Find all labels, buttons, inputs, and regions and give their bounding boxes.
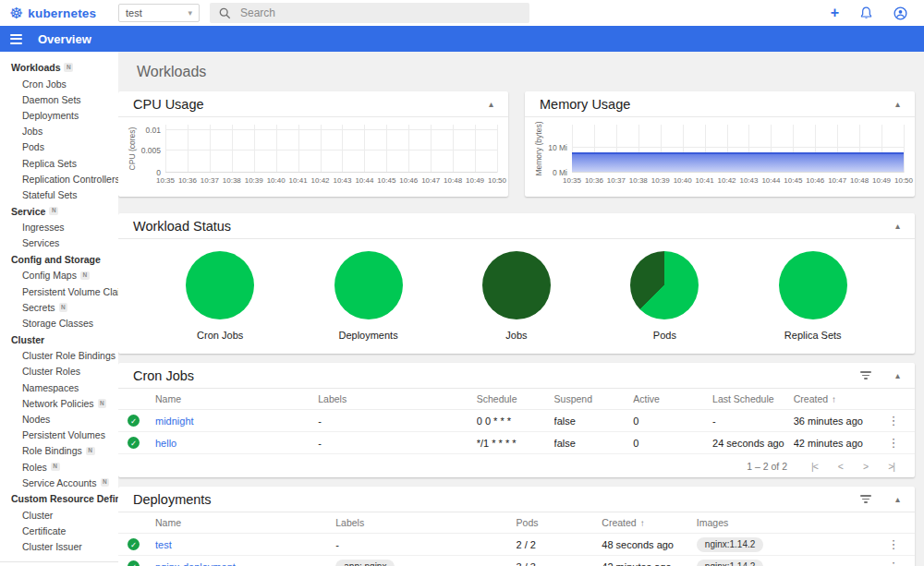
x-tick-label: 10:43 — [739, 176, 758, 185]
sidebar-group-workloads[interactable]: WorkloadsN — [0, 59, 118, 76]
column-header-name[interactable]: Name — [155, 517, 335, 528]
sidebar-item-service-accounts[interactable]: Service AccountsN — [0, 475, 118, 490]
sidebar-item-role-bindings[interactable]: Role BindingsN — [0, 443, 118, 459]
cron-jobs-pagination: 1 – 2 of 2 |< < > >| — [118, 454, 915, 477]
sidebar-item-secrets[interactable]: SecretsN — [0, 299, 118, 315]
sidebar-item-persistent-volume-claims[interactable]: Persistent Volume ClaimsN — [0, 283, 118, 299]
label-chip: app: nginx — [335, 560, 395, 566]
sidebar-item-persistent-volumes[interactable]: Persistent Volumes — [0, 428, 118, 443]
sidebar-group-config-and-storage[interactable]: Config and Storage — [0, 251, 118, 268]
search-bar[interactable] — [210, 3, 529, 23]
row-actions-menu[interactable]: ⋮ — [881, 560, 906, 566]
sidebar-item-storage-classes[interactable]: Storage Classes — [0, 315, 118, 331]
grid-line — [572, 147, 904, 148]
sidebar-item-label: Secrets — [22, 302, 55, 313]
sidebar-item-network-policies[interactable]: Network PoliciesN — [0, 395, 118, 411]
sidebar-group-custom-resource-definitions[interactable]: Custom Resource Definitions — [0, 490, 118, 507]
column-header-labels[interactable]: Labels — [318, 393, 476, 404]
deployment-name-link[interactable]: nginx-deployment — [155, 561, 335, 566]
sidebar-item-cron-jobs[interactable]: Cron Jobs — [0, 76, 118, 91]
new-items-badge: N — [80, 271, 90, 281]
sidebar-item-ingresses[interactable]: Ingresses — [0, 220, 118, 235]
next-page-icon[interactable]: > — [863, 461, 868, 472]
sidebar-item-cluster-roles[interactable]: Cluster Roles — [0, 364, 118, 379]
collapse-icon[interactable]: ▴ — [895, 100, 900, 109]
sidebar-group-service[interactable]: ServiceN — [0, 203, 118, 220]
sidebar-group-cluster[interactable]: Cluster — [0, 331, 118, 348]
pagination-range-label: 1 – 2 of 2 — [747, 461, 787, 472]
column-header-active[interactable]: Active — [633, 393, 712, 404]
cron-job-name-link[interactable]: midnight — [155, 415, 318, 427]
pie-chart — [630, 251, 699, 319]
usage-charts-row: CPU Usage ▴ CPU (cores) 00.0050.01 10:35… — [118, 91, 915, 197]
sidebar-item-cluster-role-bindings[interactable]: Cluster Role Bindings — [0, 348, 118, 364]
column-header-labels[interactable]: Labels — [335, 517, 516, 528]
column-header-last-schedule[interactable]: Last Schedule — [712, 393, 794, 404]
filter-icon[interactable] — [860, 495, 871, 503]
user-account-icon[interactable] — [894, 6, 907, 20]
column-header-created[interactable]: Created↑ — [602, 517, 697, 528]
status-ok-icon: ✓ — [128, 415, 140, 427]
column-header-created[interactable]: Created↑ — [794, 393, 881, 404]
sidebar-item-config-maps[interactable]: Config MapsN — [0, 268, 118, 283]
labels-cell: - — [318, 415, 476, 427]
row-actions-menu[interactable]: ⋮ — [881, 537, 906, 551]
x-tick-label: 10:42 — [718, 176, 736, 185]
pie-chart — [334, 251, 403, 319]
search-input[interactable] — [240, 6, 520, 19]
sidebar-nav: WorkloadsNCron JobsDaemon SetsDeployment… — [0, 52, 118, 566]
column-header-schedule[interactable]: Schedule — [477, 393, 554, 404]
sidebar-item-stateful-sets[interactable]: Stateful Sets — [0, 187, 118, 202]
x-tick-label: 10:40 — [267, 176, 286, 185]
collapse-icon[interactable]: ▴ — [895, 495, 900, 504]
notifications-bell-icon[interactable] — [860, 6, 872, 19]
add-resource-button[interactable]: + — [831, 6, 839, 20]
new-items-badge: N — [98, 399, 107, 408]
collapse-icon[interactable]: ▴ — [895, 371, 900, 380]
last-schedule-cell: 24 seconds ago — [712, 438, 794, 449]
cron-job-name-link[interactable]: hello — [155, 438, 318, 449]
schedule-cell: 0 0 * * * — [477, 415, 554, 427]
deployment-name-link[interactable]: test — [155, 539, 335, 550]
sidebar-item-deployments[interactable]: Deployments — [0, 107, 118, 123]
workload-pie-cron-jobs: Cron Jobs — [186, 251, 254, 341]
column-header-name[interactable]: Name — [155, 393, 318, 404]
previous-page-icon[interactable]: < — [838, 461, 843, 472]
deployments-title: Deployments — [133, 492, 212, 507]
sidebar-item-certificate[interactable]: Certificate — [0, 524, 118, 539]
sidebar-item-cluster-issuer[interactable]: Cluster Issuer — [0, 539, 118, 555]
sidebar-item-replication-controllers[interactable]: Replication Controllers — [0, 171, 118, 187]
sidebar-item-label: Nodes — [22, 414, 50, 425]
filter-icon[interactable] — [860, 371, 871, 379]
column-header-label: Schedule — [477, 393, 517, 404]
kubernetes-logo[interactable]: ☸ kubernetes — [0, 6, 118, 21]
sidebar-item-nodes[interactable]: Nodes — [0, 411, 118, 427]
sidebar-item-pods[interactable]: Pods — [0, 139, 118, 155]
x-tick-label: 10:38 — [223, 176, 241, 185]
menu-icon[interactable] — [10, 34, 22, 44]
cron-jobs-title: Cron Jobs — [133, 368, 194, 383]
sidebar-item-services[interactable]: Services — [0, 235, 118, 251]
first-page-icon[interactable]: |< — [811, 461, 818, 472]
x-tick-label: 10:47 — [828, 176, 846, 185]
sidebar-item-jobs[interactable]: Jobs — [0, 124, 118, 139]
collapse-icon[interactable]: ▴ — [489, 100, 493, 109]
column-header-images[interactable]: Images — [697, 517, 881, 528]
row-actions-menu[interactable]: ⋮ — [881, 436, 906, 450]
created-cell: 42 minutes ago — [794, 438, 881, 449]
namespace-selector[interactable]: test ▾ — [118, 4, 200, 22]
column-header-suspend[interactable]: Suspend — [554, 393, 634, 404]
sidebar-item-daemon-sets[interactable]: Daemon Sets — [0, 91, 118, 107]
sidebar-item-namespaces[interactable]: Namespaces — [0, 379, 118, 395]
chevron-down-icon: ▾ — [188, 8, 192, 18]
sidebar-item-replica-sets[interactable]: Replica Sets — [0, 155, 118, 171]
sidebar-item-cluster[interactable]: Cluster — [0, 507, 118, 523]
row-actions-menu[interactable]: ⋮ — [881, 414, 906, 428]
x-tick-label: 10:44 — [761, 176, 780, 185]
column-header-pods[interactable]: Pods — [517, 517, 602, 528]
memory-usage-card: Memory Usage ▴ Memory (bytes) 0 Mi10 Mi … — [525, 91, 915, 197]
collapse-icon[interactable]: ▴ — [895, 222, 900, 231]
sidebar-item-roles[interactable]: RolesN — [0, 459, 118, 475]
memory-usage-chart: Memory (bytes) 0 Mi10 Mi 10:3510:3610:37… — [525, 117, 915, 187]
last-page-icon[interactable]: >| — [888, 461, 894, 472]
